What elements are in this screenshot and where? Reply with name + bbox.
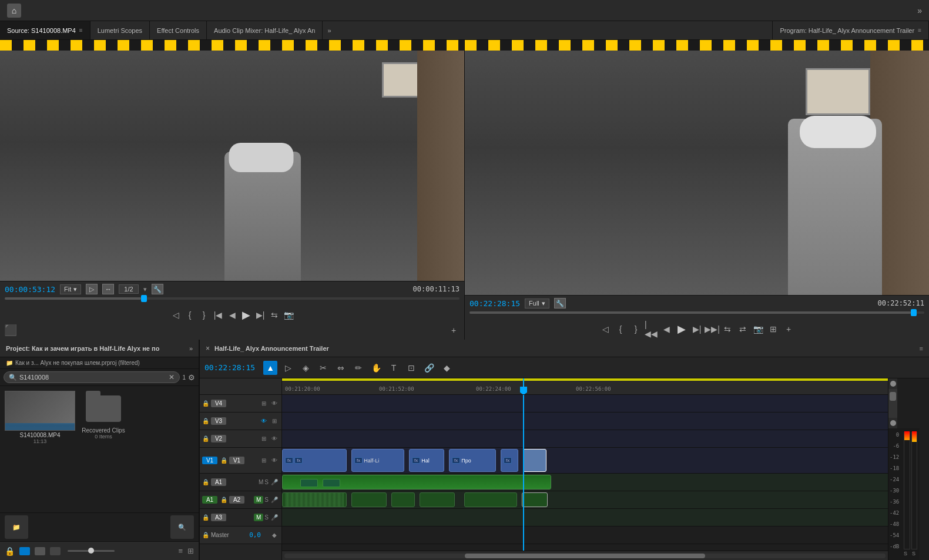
scrollbar-track[interactable] — [284, 554, 886, 558]
a2-clip-3[interactable] — [391, 492, 415, 507]
source-camera-btn[interactable]: 📷 — [283, 309, 294, 321]
program-mark-out-btn[interactable]: } — [630, 323, 642, 335]
lock-v4[interactable]: 🔒 — [202, 400, 209, 407]
track-label-a2[interactable]: A2 — [229, 496, 244, 504]
track-active-v1[interactable]: V1 — [202, 457, 217, 464]
lock-a3[interactable]: 🔒 — [202, 514, 209, 521]
lock-v2[interactable]: 🔒 — [202, 435, 209, 442]
lock-a2[interactable]: 🔒 — [220, 497, 227, 503]
source-page-dropdown[interactable]: ▾ — [143, 286, 147, 293]
program-fit-dropdown[interactable]: Full ▾ — [525, 299, 549, 308]
add-marker-btn[interactable]: ◆ — [440, 361, 454, 375]
m-btn-a1[interactable]: M — [259, 479, 263, 485]
program-scrub-thumb[interactable] — [911, 309, 917, 316]
a2-clip-4[interactable] — [420, 492, 455, 507]
vscroll-dot-1[interactable] — [890, 381, 896, 387]
v1-clip-2[interactable]: fxHalf-Li — [351, 449, 404, 472]
source-mark-in-btn[interactable]: { — [184, 309, 196, 321]
time-ruler[interactable]: 00:21:20:00 00:21:52:00 00:22:24:00 00:2… — [282, 378, 888, 395]
folder-item[interactable]: Recovered Clips 0 Items — [80, 391, 127, 444]
text-btn[interactable]: T — [387, 361, 401, 375]
program-loop-btn[interactable]: ⇆ — [722, 323, 733, 335]
filter-btn[interactable]: ⊞ — [187, 546, 194, 555]
a2-clip-2[interactable] — [351, 492, 387, 507]
program-wrench-btn[interactable]: 🔧 — [554, 298, 566, 308]
pen-btn[interactable]: ✏ — [351, 361, 365, 375]
tab-lumetri[interactable]: Lumetri Scopes — [90, 21, 150, 39]
tab-source[interactable]: Source: S1410008.MP4 ≡ — [0, 21, 90, 39]
timeline-menu-btn[interactable]: ≡ — [920, 345, 923, 352]
source-insert-button[interactable]: ↔ — [102, 284, 114, 294]
scrollbar-thumb[interactable] — [465, 554, 705, 558]
track-label-a3[interactable]: A3 — [211, 514, 226, 521]
sync-v4[interactable]: ⊞ — [259, 399, 269, 408]
vscroll-thumb[interactable] — [890, 392, 896, 401]
home-button[interactable]: ⌂ — [7, 4, 21, 18]
lock-v3[interactable]: 🔒 — [202, 418, 209, 424]
track-label-a1[interactable]: A1 — [211, 478, 226, 486]
new-folder-btn[interactable]: 📁 — [5, 515, 28, 539]
track-label-v2[interactable]: V2 — [211, 435, 226, 442]
source-loop-btn[interactable]: ⇆ — [269, 309, 280, 321]
track-label-v3[interactable]: V3 — [211, 417, 226, 425]
eye-v2[interactable]: 👁 — [270, 434, 279, 444]
source-add-btn[interactable]: + — [448, 324, 460, 336]
list-view-btn[interactable] — [19, 547, 30, 555]
tab-effects[interactable]: Effect Controls — [150, 21, 207, 39]
source-step-fwd-btn[interactable]: ▶| — [254, 309, 266, 321]
source-scrub-bar[interactable] — [5, 297, 460, 300]
program-step-back-btn[interactable]: ◀ — [660, 323, 672, 335]
source-marker-btn[interactable]: ◁ — [170, 309, 182, 321]
program-add-btn[interactable]: + — [783, 323, 794, 335]
v1-clip-3[interactable]: fxHal — [409, 449, 444, 472]
new-item-btn[interactable]: 🔒 — [5, 546, 15, 556]
mic-a1[interactable]: 🎤 — [270, 478, 279, 487]
razor-btn[interactable]: ✂ — [316, 361, 330, 375]
search-input[interactable] — [19, 374, 166, 381]
a1-clip-1[interactable] — [282, 475, 551, 489]
program-scrub-bar[interactable] — [469, 311, 924, 314]
v1-clip-1[interactable]: fxfx — [282, 449, 347, 472]
program-step-fwd-btn[interactable]: ▶| — [691, 323, 703, 335]
source-go-in-btn[interactable]: |◀ — [212, 309, 224, 321]
program-mark-in-btn[interactable]: { — [615, 323, 626, 335]
source-wrench-button[interactable]: 🔧 — [152, 284, 163, 294]
project-panel-expand[interactable]: » — [189, 345, 193, 352]
sync-v2[interactable]: ⊞ — [259, 434, 269, 444]
eye-v1[interactable]: 👁 — [270, 456, 279, 465]
s-btn-a1[interactable]: S — [264, 479, 269, 485]
program-multi-cam-btn[interactable]: ⊞ — [767, 323, 779, 335]
s-btn-a2[interactable]: S — [264, 497, 269, 503]
tabs-expand-button[interactable]: » — [323, 27, 336, 34]
master-triangle[interactable]: ◆ — [270, 531, 279, 540]
source-step-back-btn[interactable]: ◀ — [226, 309, 238, 321]
tab-program[interactable]: Program: Half-Life_ Alyx Announcement Tr… — [772, 21, 929, 39]
v1-clip-4[interactable]: fxПро — [449, 449, 496, 472]
meta-view-btn[interactable] — [50, 547, 61, 555]
v1-clip-5[interactable]: fx — [501, 449, 518, 472]
mic-a2[interactable]: 🎤 — [270, 495, 279, 505]
source-page-indicator[interactable]: 1/2 — [119, 284, 138, 294]
expand-panels-button[interactable]: » — [917, 6, 922, 15]
tab-program-menu[interactable]: ≡ — [918, 27, 921, 33]
linked-btn[interactable]: 🔗 — [422, 361, 436, 375]
program-marker-btn[interactable]: ◁ — [599, 323, 611, 335]
eye-v3[interactable]: 👁 — [259, 417, 269, 426]
search-clear-btn[interactable]: ✕ — [169, 373, 175, 381]
source-insert-overwrite-btn[interactable]: ⬛ — [5, 324, 16, 336]
tab-audiomix[interactable]: Audio Clip Mixer: Half-Life_ Alyx An — [207, 21, 323, 39]
m-btn-a3-active[interactable]: M — [254, 514, 263, 521]
program-go-start-btn[interactable]: |◀◀ — [645, 323, 657, 335]
s-btn-a3[interactable]: S — [264, 514, 269, 521]
lock-a1[interactable]: 🔒 — [202, 479, 209, 485]
ripple-edit-btn[interactable]: ◈ — [299, 361, 313, 375]
a2-clip-selected[interactable] — [522, 492, 548, 507]
lock-master[interactable]: 🔒 — [202, 532, 209, 538]
sync-v3[interactable]: ⊞ — [270, 417, 279, 426]
track-label-v1[interactable]: V1 — [229, 457, 244, 464]
vscroll-track[interactable] — [888, 389, 897, 418]
sort-btn[interactable]: ≡ — [178, 546, 183, 555]
track-active-a2[interactable]: A1 — [202, 496, 217, 504]
search-settings-btn[interactable]: ⚙ — [188, 373, 195, 382]
vscroll-dot-2[interactable] — [890, 420, 896, 426]
